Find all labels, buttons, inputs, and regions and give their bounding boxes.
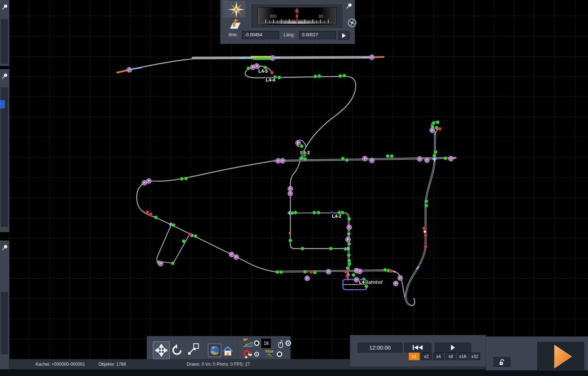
compass-panel: 330030N Brte: -0.00454 Läng: 0.00027: [220, 0, 355, 44]
jump-to-map-button[interactable]: [228, 18, 242, 30]
track-map-canvas[interactable]: PPPPPPPPPPPPPPPPPPPPPPPPPPPPPPL4-5L4-4L4…: [0, 0, 588, 376]
slope-snap-radio-off[interactable]: [254, 340, 260, 346]
svg-text:P: P: [419, 157, 421, 161]
playback-panel: [486, 337, 588, 370]
track-network: PPPPPPPPPPPPPPPPPPPPPPPPPPPPPPL4-5L4-4L4…: [0, 0, 588, 376]
bottom-edge: [0, 369, 588, 376]
radio-off-icon: [276, 351, 283, 357]
toolbar-divider: [237, 337, 238, 358]
pin-icon[interactable]: [1, 3, 8, 11]
play-icon: [451, 345, 455, 350]
svg-text:L4-4: L4-4: [266, 77, 275, 83]
svg-text:P: P: [143, 181, 146, 185]
speed-button-x4[interactable]: x4: [433, 352, 444, 360]
svg-text:L4-3: L4-3: [300, 150, 310, 155]
svg-text:P: P: [359, 270, 361, 273]
svg-text:330: 330: [269, 14, 276, 18]
time-play-button[interactable]: [435, 343, 471, 352]
svg-text:P: P: [277, 159, 279, 163]
lock-toggle-button[interactable]: [494, 357, 510, 367]
axes-icon: [264, 353, 274, 358]
tool-thumbnail[interactable]: [0, 100, 5, 108]
radio-on-icon: [285, 340, 291, 346]
pin-icon[interactable]: [345, 2, 353, 10]
latitude-label: Brte:: [229, 32, 238, 37]
skip-back-icon: [412, 345, 424, 350]
render-stats: Draws: 0 Vx: 0 Prims: 0 FPS: 27: [187, 362, 250, 367]
svg-text:P: P: [252, 65, 254, 69]
latitude-field[interactable]: -0.00454: [242, 31, 279, 39]
svg-text:P: P: [282, 159, 284, 163]
pin-icon[interactable]: [1, 72, 8, 80]
play-icon: [342, 33, 346, 38]
coordinate-radio-off[interactable]: [276, 351, 283, 357]
time-reset-button[interactable]: [404, 343, 431, 352]
svg-text:P: P: [159, 262, 162, 265]
globe-icon: [209, 345, 220, 356]
svg-text:P: P: [306, 276, 308, 280]
radio-on-icon: [254, 351, 259, 357]
rotate-tool-button[interactable]: [171, 343, 184, 358]
globe-view-button[interactable]: [208, 344, 221, 357]
sidebar-panel-top[interactable]: [0, 0, 9, 66]
compass-heading-frame: 330030N: [251, 4, 343, 29]
speed-button-x16[interactable]: x16: [457, 352, 468, 360]
speed-button-x8[interactable]: x8: [445, 352, 456, 360]
svg-text:P: P: [347, 238, 349, 241]
svg-text:L4-5: L4-5: [258, 69, 268, 74]
svg-text:P: P: [256, 64, 258, 68]
mouse-mode-button[interactable]: [278, 340, 283, 348]
lock-open-icon: [498, 358, 506, 366]
svg-text:P: P: [426, 158, 428, 162]
height-value-box[interactable]: 18: [261, 339, 271, 348]
magnet-snap-radio-on[interactable]: [254, 351, 259, 357]
mouse-icon: [278, 340, 283, 348]
insert-object-button[interactable]: [187, 342, 200, 356]
slope-snap-button[interactable]: 30°: [242, 339, 253, 348]
clock-display: 12:00:00: [358, 343, 402, 352]
pin-icon[interactable]: [1, 244, 8, 251]
longitude-field[interactable]: 0.00027: [299, 31, 336, 39]
magnet-snap-button[interactable]: [242, 350, 253, 358]
sidebar-panel-middle[interactable]: [0, 69, 9, 232]
radio-off-icon: [254, 340, 260, 346]
move-arrows-icon: [155, 344, 168, 357]
svg-text:L4-2: L4-2: [332, 214, 341, 219]
time-control-panel: 12:00:00 x1x2x4x8x16x32: [350, 335, 486, 366]
speed-button-x2[interactable]: x2: [421, 352, 432, 360]
longitude-label: Läng:: [284, 32, 295, 37]
svg-text:P: P: [272, 56, 274, 60]
compass-rose-icon: [223, 1, 245, 18]
home-view-button[interactable]: [222, 345, 234, 357]
mouse-mode-radio-on[interactable]: [285, 340, 291, 346]
svg-text:30: 30: [319, 14, 323, 18]
svg-text:P: P: [289, 187, 291, 191]
svg-text:P: P: [364, 157, 366, 160]
svg-text:P: P: [235, 255, 237, 259]
speed-button-x1[interactable]: x1: [409, 352, 420, 360]
svg-text:P: P: [148, 179, 150, 183]
svg-text:P: P: [230, 253, 233, 256]
simulation-start-button[interactable]: [537, 342, 584, 371]
center-view-button[interactable]: [347, 18, 357, 28]
svg-text:P: P: [399, 276, 401, 280]
svg-text:P: P: [128, 68, 130, 72]
sidebar-dock-slot: [1, 292, 8, 354]
big-play-icon: [538, 342, 584, 370]
map-jump-icon: [228, 18, 242, 30]
coordinate-system-button[interactable]: TS14: [263, 350, 275, 359]
svg-text:P: P: [289, 192, 291, 195]
rotate-icon: [171, 344, 184, 357]
tile-status: Kachel: +000000-000001: [36, 362, 85, 367]
edit-toolbar: 30° 18 TS14: [147, 336, 290, 359]
compass-rose-button[interactable]: [223, 1, 245, 18]
move-tool-button[interactable]: [153, 341, 170, 359]
sidebar-dock-slot: [1, 19, 8, 64]
goto-coordinates-button[interactable]: [338, 31, 349, 40]
compass-heading-strip: 330030N: [257, 7, 337, 25]
svg-text:P: P: [395, 282, 397, 285]
sidebar-panel-bottom[interactable]: [0, 241, 9, 369]
svg-text:P: P: [297, 141, 299, 145]
speed-button-x32[interactable]: x32: [469, 352, 480, 360]
svg-text:P: P: [327, 270, 330, 274]
